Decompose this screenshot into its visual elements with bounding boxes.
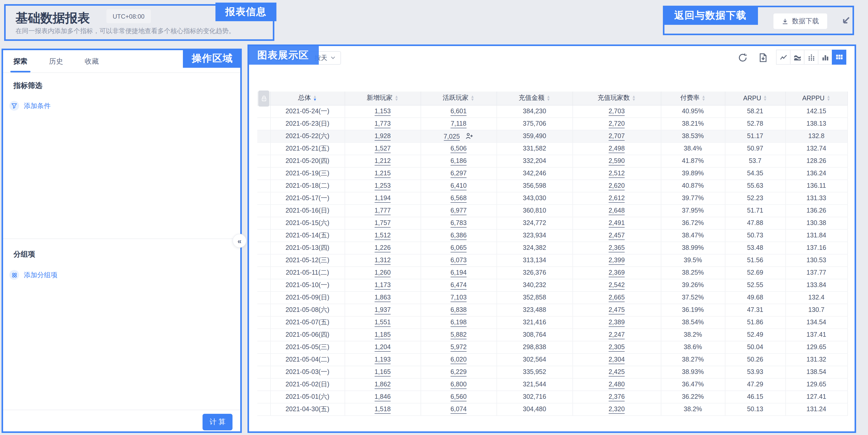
table-row[interactable]: 2021-05-11(二)1,2606,194326,3762,36938.25… bbox=[257, 266, 847, 279]
scatter-chart-icon[interactable] bbox=[804, 50, 818, 65]
cell[interactable]: 1,173 bbox=[345, 279, 421, 291]
cell[interactable]: 1,773 bbox=[345, 117, 421, 130]
cell[interactable]: 2,247 bbox=[572, 328, 661, 341]
data-download-button[interactable]: 数据下载 bbox=[773, 13, 827, 29]
cell[interactable]: 2,480 bbox=[572, 378, 661, 390]
cell[interactable]: 1,863 bbox=[345, 291, 421, 303]
cell[interactable]: 1,260 bbox=[345, 266, 421, 279]
table-row[interactable]: 2021-05-23(日)1,7737,118375,7062,72038.21… bbox=[257, 117, 847, 130]
table-row[interactable]: 2021-05-13(四)1,2266,065324,3822,36538.99… bbox=[257, 241, 847, 254]
sort-icons[interactable]: ▲▼ bbox=[395, 95, 399, 102]
cell[interactable]: 7,118 bbox=[421, 117, 497, 130]
cell[interactable]: 6,198 bbox=[421, 316, 497, 328]
cell[interactable]: 1,777 bbox=[345, 204, 421, 217]
cell[interactable]: 1,153 bbox=[345, 105, 421, 117]
cell[interactable]: 1,862 bbox=[345, 378, 421, 390]
cell[interactable]: 2,665 bbox=[572, 291, 661, 303]
cell[interactable]: 6,783 bbox=[421, 217, 497, 229]
cell[interactable]: 6,838 bbox=[421, 303, 497, 316]
table-row[interactable]: 2021-05-03(一)1,1656,229335,9522,42538.93… bbox=[257, 366, 847, 378]
table-row[interactable]: 2021-04-30(五)1,5186,074304,4802,32038.2%… bbox=[257, 403, 847, 415]
cell[interactable]: 1,165 bbox=[345, 366, 421, 378]
cell[interactable]: 6,601 bbox=[421, 105, 497, 117]
cell[interactable]: 1,204 bbox=[345, 341, 421, 353]
cell[interactable]: 2,425 bbox=[572, 366, 661, 378]
table-row[interactable]: 2021-05-24(一)1,1536,601384,2302,70340.95… bbox=[257, 105, 847, 117]
table-row[interactable]: 2021-05-14(五)1,5126,386323,9342,45738.47… bbox=[257, 229, 847, 241]
table-row[interactable]: 2021-05-10(一)1,1736,474340,2322,54239.26… bbox=[257, 279, 847, 291]
cell[interactable]: 1,928 bbox=[345, 130, 421, 142]
cell[interactable]: 6,474 bbox=[421, 279, 497, 291]
cell[interactable]: 1,194 bbox=[345, 192, 421, 204]
cell[interactable]: 1,212 bbox=[345, 155, 421, 167]
sort-icons[interactable]: ▲▼ bbox=[547, 95, 551, 102]
table-row[interactable]: 2021-05-08(六)1,9376,838323,4882,47536.19… bbox=[257, 303, 847, 316]
sort-icons[interactable]: ▲▼ bbox=[702, 95, 706, 102]
cell[interactable]: 6,074 bbox=[421, 403, 497, 415]
table-row[interactable]: 2021-05-05(三)1,2045,972298,8382,30538.6%… bbox=[257, 341, 847, 353]
tab-1[interactable]: 历史 bbox=[49, 50, 63, 72]
freeze-column-header[interactable] bbox=[257, 91, 270, 105]
table-view-icon[interactable] bbox=[832, 50, 846, 65]
refresh-icon[interactable] bbox=[738, 53, 748, 63]
table-row[interactable]: 2021-05-21(五)1,5276,506331,5822,49838.4%… bbox=[257, 142, 847, 155]
column-header-5[interactable]: 付费率▲▼ bbox=[661, 91, 725, 105]
table-row[interactable]: 2021-05-18(二)1,2536,410356,5982,62040.87… bbox=[257, 179, 847, 192]
cell[interactable]: 6,186 bbox=[421, 155, 497, 167]
sort-icons[interactable]: ▲▼ bbox=[313, 95, 317, 102]
column-header-0[interactable]: 总体▲▼ bbox=[270, 91, 345, 105]
cell[interactable]: 1,757 bbox=[345, 217, 421, 229]
cell[interactable]: 5,972 bbox=[421, 341, 497, 353]
add-user-icon[interactable] bbox=[466, 132, 473, 139]
cell[interactable]: 1,185 bbox=[345, 328, 421, 341]
cell[interactable]: 2,612 bbox=[572, 192, 661, 204]
cell[interactable]: 2,376 bbox=[572, 390, 661, 403]
cell[interactable]: 2,512 bbox=[572, 167, 661, 179]
cell[interactable]: 2,620 bbox=[572, 179, 661, 192]
cell[interactable]: 6,560 bbox=[421, 390, 497, 403]
cell[interactable]: 1,512 bbox=[345, 229, 421, 241]
cell[interactable]: 2,542 bbox=[572, 279, 661, 291]
line-chart-icon[interactable] bbox=[776, 50, 790, 65]
table-row[interactable]: 2021-05-17(一)1,1946,568343,0302,61239.77… bbox=[257, 192, 847, 204]
add-group-link[interactable]: 添加分组项 bbox=[9, 270, 57, 280]
table-row[interactable]: 2021-05-01(六)1,8466,560302,7162,37636.22… bbox=[257, 390, 847, 403]
cell[interactable]: 2,498 bbox=[572, 142, 661, 155]
table-row[interactable]: 2021-05-19(三)1,2156,297342,2462,51239.89… bbox=[257, 167, 847, 179]
table-row[interactable]: 2021-05-15(六)1,7576,783324,7722,49136.72… bbox=[257, 217, 847, 229]
column-header-3[interactable]: 充值金额▲▼ bbox=[497, 91, 572, 105]
cell[interactable]: 6,977 bbox=[421, 204, 497, 217]
tab-0[interactable]: 探索 bbox=[13, 50, 27, 72]
cell[interactable]: 6,297 bbox=[421, 167, 497, 179]
cell[interactable]: 2,648 bbox=[572, 204, 661, 217]
cell[interactable]: 7,103 bbox=[421, 291, 497, 303]
column-header-1[interactable]: 新增玩家▲▼ bbox=[345, 91, 421, 105]
cell[interactable]: 6,073 bbox=[421, 254, 497, 266]
cell[interactable]: 6,410 bbox=[421, 179, 497, 192]
column-header-7[interactable]: ARPPU▲▼ bbox=[785, 91, 847, 105]
table-row[interactable]: 2021-05-16(日)1,7776,977360,8102,64837.95… bbox=[257, 204, 847, 217]
table-row[interactable]: 2021-05-09(日)1,8637,103352,8582,66537.52… bbox=[257, 291, 847, 303]
cell[interactable]: 1,215 bbox=[345, 167, 421, 179]
cell[interactable]: 1,846 bbox=[345, 390, 421, 403]
column-header-2[interactable]: 活跃玩家▲▼ bbox=[421, 91, 497, 105]
cell[interactable]: 2,457 bbox=[572, 229, 661, 241]
sort-icons[interactable]: ▲▼ bbox=[471, 95, 474, 102]
area-chart-icon[interactable] bbox=[790, 50, 804, 65]
cell[interactable]: 2,720 bbox=[572, 117, 661, 130]
sidebar-collapse-handle[interactable]: « bbox=[232, 234, 246, 248]
sort-icons[interactable]: ▲▼ bbox=[632, 95, 636, 102]
table-row[interactable]: 2021-05-07(五)1,5516,198321,4162,38938.54… bbox=[257, 316, 847, 328]
cell[interactable]: 1,193 bbox=[345, 353, 421, 366]
cell[interactable]: 2,369 bbox=[572, 266, 661, 279]
tab-2[interactable]: 收藏 bbox=[85, 50, 99, 72]
table-row[interactable]: 2021-05-12(三)1,3126,073313,1342,39939.5%… bbox=[257, 254, 847, 266]
cell[interactable]: 6,386 bbox=[421, 229, 497, 241]
cell[interactable]: 2,707 bbox=[572, 130, 661, 142]
table-row[interactable]: 2021-05-22(六)1,9287,025 359,4902,70738.5… bbox=[257, 130, 847, 142]
cell[interactable]: 6,506 bbox=[421, 142, 497, 155]
table-row[interactable]: 2021-05-04(二)1,1936,020302,5642,30438.27… bbox=[257, 353, 847, 366]
cell[interactable]: 5,882 bbox=[421, 328, 497, 341]
table-row[interactable]: 2021-05-02(日)1,8626,800321,5442,48036.47… bbox=[257, 378, 847, 390]
cell[interactable]: 1,518 bbox=[345, 403, 421, 415]
